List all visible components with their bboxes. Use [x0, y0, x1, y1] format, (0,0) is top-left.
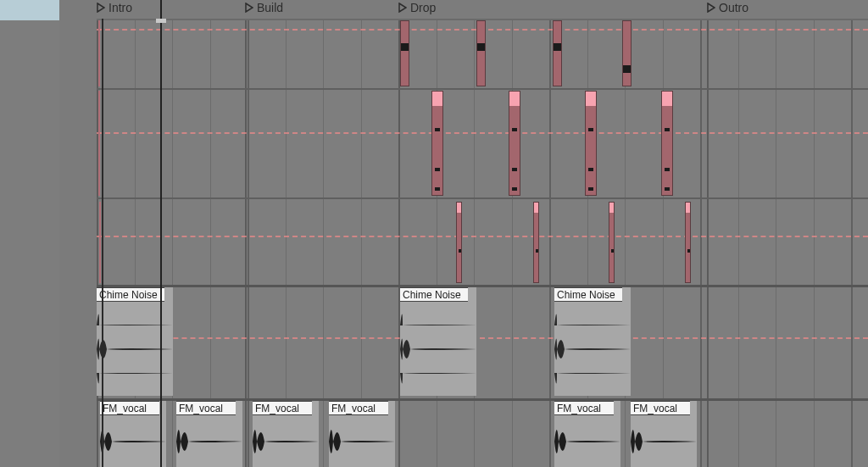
midi-note [623, 65, 631, 73]
section-line-build [245, 0, 247, 467]
clip-label: FM_vocal [631, 401, 690, 415]
clip-header [662, 92, 672, 106]
clip-label: FM_vocal [100, 401, 159, 415]
audio-clip-fm-vocal[interactable]: FM_vocal [253, 401, 319, 467]
locator-bar[interactable]: Intro Build Drop Outro [97, 0, 868, 20]
midi-clip[interactable] [456, 202, 462, 283]
track-separator [97, 88, 868, 90]
clip-label: FM_vocal [176, 401, 236, 415]
dashed-guide [97, 132, 868, 134]
midi-clip[interactable] [622, 20, 632, 86]
midi-clip[interactable] [685, 202, 691, 283]
grid-line [776, 0, 776, 467]
waveform-icon [329, 416, 395, 467]
midi-clip[interactable] [431, 91, 443, 196]
midi-note [665, 187, 670, 191]
audio-clip-fm-vocal[interactable]: FM_vocal [176, 401, 242, 467]
clip-header [609, 203, 614, 213]
grid-line [738, 0, 739, 467]
audio-clip-fm-vocal[interactable]: FM_vocal [329, 401, 395, 467]
grid-line [851, 0, 853, 467]
grid-line [135, 0, 136, 467]
clip-edge [99, 202, 101, 283]
locator-outro[interactable]: Outro [707, 0, 748, 15]
waveform-icon [554, 303, 631, 396]
midi-clip[interactable] [400, 20, 409, 86]
grid-line [474, 0, 475, 467]
midi-note [435, 168, 440, 171]
midi-note [611, 249, 614, 253]
left-gutter [0, 0, 59, 467]
clip-label: FM_vocal [253, 401, 312, 415]
grid-line [210, 0, 211, 467]
clip-header [457, 203, 461, 213]
locator-drop[interactable]: Drop [398, 0, 436, 15]
midi-clip[interactable] [476, 20, 486, 86]
clip-label: Chime Noise [554, 287, 622, 302]
track-separator [97, 285, 868, 287]
locator-label: Drop [410, 1, 436, 14]
midi-note [512, 187, 517, 191]
midi-clip[interactable] [509, 91, 520, 196]
midi-clip[interactable] [609, 202, 615, 283]
grid-line [248, 0, 249, 467]
grid-line [587, 0, 588, 467]
browser-narrow-column [59, 0, 97, 467]
clip-header [509, 92, 520, 106]
midi-clip[interactable] [533, 202, 539, 283]
midi-note [554, 43, 561, 51]
midi-note [665, 128, 670, 131]
flag-icon [707, 3, 715, 13]
midi-note [512, 168, 517, 171]
flag-icon [245, 3, 253, 13]
dashed-guide [97, 236, 868, 237]
flag-icon [97, 3, 105, 13]
clip-header [586, 92, 596, 106]
grid-line [172, 0, 173, 467]
clip-label: FM_vocal [554, 401, 614, 415]
midi-note [665, 168, 670, 171]
clip-edge [98, 91, 100, 196]
waveform-icon [253, 416, 319, 467]
midi-note [687, 249, 690, 253]
browser-folder-selected[interactable] [0, 0, 59, 20]
midi-clip[interactable] [661, 91, 673, 196]
grid-line [814, 0, 815, 467]
audio-clip-fm-vocal[interactable]: FM_vocal [554, 401, 620, 467]
clip-header [534, 203, 538, 213]
midi-clip[interactable] [585, 91, 597, 196]
grid-line [512, 0, 513, 467]
midi-note [435, 128, 440, 131]
grid-line [286, 0, 287, 467]
clip-label: FM_vocal [329, 401, 388, 415]
locator-intro[interactable]: Intro [97, 0, 132, 15]
locator-build[interactable]: Build [245, 0, 283, 15]
grid-line [549, 0, 551, 467]
grid-line [361, 0, 362, 467]
audio-clip-chime-noise[interactable]: Chime Noise [554, 287, 631, 396]
arrangement-area[interactable]: Intro Build Drop Outro [97, 0, 868, 467]
midi-clip[interactable] [553, 20, 562, 86]
flag-icon [398, 3, 407, 13]
audio-clip-fm-vocal[interactable]: FM_vocal [100, 401, 166, 467]
midi-note [536, 249, 538, 253]
clip-label: Chime Noise [97, 287, 164, 302]
section-line-outro [707, 0, 709, 467]
clip-header [686, 203, 690, 213]
waveform-icon [631, 416, 697, 467]
grid-line [323, 0, 324, 467]
audio-clip-fm-vocal[interactable]: FM_vocal [631, 401, 697, 467]
grid-line [700, 0, 702, 467]
midi-note [477, 43, 485, 51]
waveform-icon [554, 416, 620, 467]
locator-label: Outro [719, 1, 748, 14]
waveform-icon [400, 303, 476, 396]
dashed-guide [97, 337, 868, 339]
midi-note [401, 43, 409, 51]
track-separator [97, 197, 868, 199]
midi-note [435, 187, 440, 191]
midi-note [512, 128, 517, 131]
playhead[interactable] [160, 0, 162, 467]
loop-start-marker[interactable] [102, 19, 103, 467]
audio-clip-chime-noise[interactable]: Chime Noise [400, 287, 476, 396]
